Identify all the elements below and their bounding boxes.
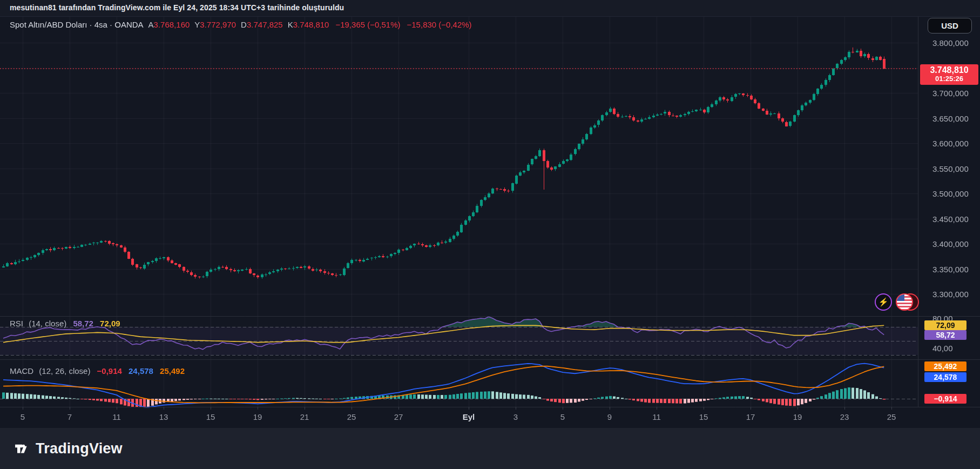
tradingview-logo-icon: [12, 439, 30, 458]
bar-countdown: 01:25:26: [920, 75, 978, 83]
time-label-7: 7: [67, 412, 72, 421]
ohlc-letter-Y: Y: [194, 20, 200, 29]
chart-canvas[interactable]: [0, 0, 980, 469]
time-label-5: 5: [21, 412, 25, 421]
macd-pane-title[interactable]: MACD (12, 26, close) −0,914 24,578 25,49…: [10, 366, 185, 376]
rsi-params: (14, close): [29, 319, 66, 328]
price-label-3350: 3.350,000: [932, 265, 979, 274]
ohlc-value-Y: 3.772,970: [200, 20, 236, 29]
macd-line-value: 24,578: [129, 366, 153, 376]
symbol-title[interactable]: Spot Altın/ABD Doları · 4sa · OANDA: [10, 20, 144, 29]
ohlc-value-A: 3.768,160: [154, 20, 190, 29]
rsi-ma-value: 72,09: [100, 319, 120, 328]
us-flag-icon: [896, 293, 913, 311]
macd-line-badge: 24,578: [924, 372, 967, 382]
rsi-value: 58,72: [73, 319, 93, 328]
time-label-Eyl: Eyl: [463, 412, 475, 421]
lightning-icon[interactable]: ⚡: [875, 293, 892, 311]
chart-corner-icons: ⚡: [875, 293, 918, 311]
macd-signal-value: 25,492: [160, 366, 185, 376]
usd-pair-icon[interactable]: [894, 293, 918, 311]
currency-usd-label: USD: [941, 21, 958, 30]
ohlc-letter-A: A: [148, 20, 154, 29]
time-label-11: 11: [652, 412, 661, 421]
symbol-legend[interactable]: Spot Altın/ABD Doları · 4sa · OANDAA3.76…: [10, 20, 472, 29]
time-label-13: 13: [159, 412, 168, 421]
change-session: −15,830 (−0,42%): [407, 20, 472, 29]
price-label-3300: 3.300,000: [932, 290, 979, 299]
macd-title: MACD: [10, 366, 33, 376]
lightning-glyph: ⚡: [878, 297, 889, 307]
macd-hist-value: −0,914: [97, 366, 122, 376]
time-label-25: 25: [887, 412, 896, 421]
rsi-badge: 58,72: [924, 330, 967, 340]
rsi-ma-badge: 72,09: [924, 320, 967, 330]
time-label-27: 27: [394, 412, 403, 421]
time-label-17: 17: [746, 412, 755, 421]
currency-usd-button[interactable]: USD: [928, 18, 972, 34]
price-label-3450: 3.450,000: [932, 215, 979, 224]
ohlc-letter-D: D: [241, 20, 247, 29]
price-label-3400: 3.400,000: [932, 239, 979, 249]
time-label-9: 9: [607, 412, 612, 421]
rsi-title: RSI: [10, 319, 23, 328]
price-label-3700: 3.700,000: [932, 89, 979, 98]
time-label-19: 19: [793, 412, 802, 421]
us-flag-canton: [897, 294, 904, 301]
time-label-15: 15: [206, 412, 215, 421]
price-label-3650: 3.650,000: [932, 114, 979, 123]
time-label-15: 15: [699, 412, 708, 421]
time-label-5: 5: [560, 412, 565, 421]
macd-params: (12, 26, close): [39, 366, 90, 376]
tradingview-logo[interactable]: TradingView: [12, 439, 123, 458]
price-label-3600: 3.600,000: [932, 139, 979, 148]
tradingview-wordmark: TradingView: [36, 440, 123, 457]
macd-hist-badge: −0,914: [924, 394, 967, 404]
time-label-11: 11: [112, 412, 121, 421]
attribution-bar: mesutinan81 tarafından TradingView.com i…: [0, 0, 980, 17]
rsi-pane-title[interactable]: RSI (14, close) 58,72 72,09: [10, 319, 120, 328]
ohlc-value-K: 3.748,810: [293, 20, 329, 29]
tradingview-snapshot: mesutinan81 tarafından TradingView.com i…: [0, 0, 980, 469]
time-label-19: 19: [253, 412, 262, 421]
ohlc-letter-K: K: [288, 20, 293, 29]
ohlc-value-D: 3.747,825: [247, 20, 283, 29]
footer-bar: TradingView: [0, 428, 980, 469]
change-absolute: −19,365 (−0,51%): [335, 20, 400, 29]
time-label-23: 23: [840, 412, 849, 421]
attribution-text: mesutinan81 tarafından TradingView.com i…: [10, 3, 344, 12]
time-label-3: 3: [513, 412, 518, 421]
current-price-badge: 3.748,810 01:25:26: [920, 64, 978, 85]
time-label-21: 21: [300, 412, 309, 421]
rsi-level-40-label: 40,00: [932, 344, 953, 353]
price-label-3500: 3.500,000: [932, 189, 979, 198]
macd-signal-badge: 25,492: [924, 361, 967, 371]
time-label-25: 25: [347, 412, 356, 421]
price-label-3550: 3.550,000: [932, 164, 979, 173]
price-label-3800: 3.800,000: [932, 38, 979, 48]
ohlc-values: A3.768,160Y3.772,970D3.747,825K3.748,810: [144, 20, 329, 29]
current-price-value: 3.748,810: [920, 65, 978, 75]
